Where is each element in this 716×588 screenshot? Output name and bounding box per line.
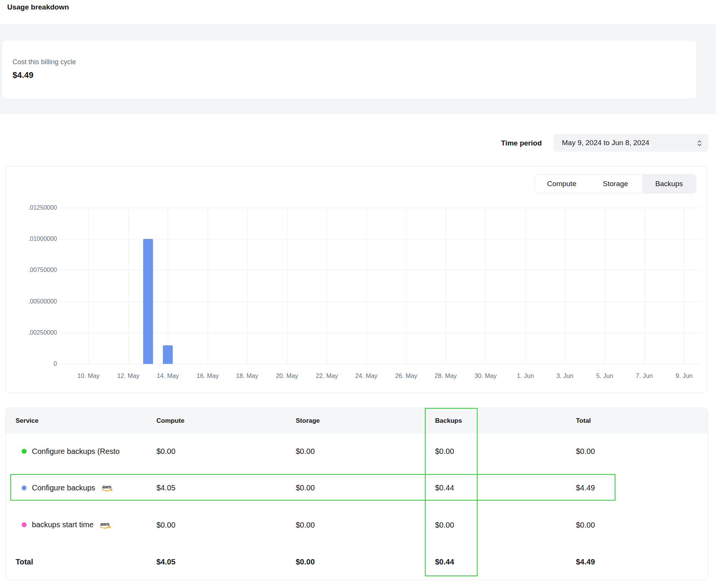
chart-metric-tabs: Compute Storage Backups bbox=[535, 174, 696, 193]
gridline-vertical bbox=[644, 208, 645, 364]
compute-value: $0.00 bbox=[156, 447, 175, 456]
column-header-total: Total bbox=[576, 408, 591, 433]
x-axis-tick-label: 1. Jun bbox=[507, 372, 544, 379]
gridline-vertical bbox=[128, 208, 129, 364]
usage-breakdown-page: Usage breakdown Cost this billing cycle … bbox=[0, 0, 716, 588]
chart-bar[interactable] bbox=[143, 239, 153, 364]
storage-value: $0.00 bbox=[296, 520, 315, 529]
x-axis-tick-label: 18. May bbox=[229, 372, 265, 379]
tab-backups[interactable]: Backups bbox=[642, 175, 696, 193]
compute-total: $4.05 bbox=[156, 558, 175, 566]
chart-bar[interactable] bbox=[163, 345, 173, 364]
billing-cycle-cost-card: Cost this billing cycle $4.49 bbox=[2, 40, 697, 99]
table-row: Configure backups (Resto $0.00 $0.00 $0.… bbox=[6, 433, 708, 469]
total-row-label: Total bbox=[16, 558, 33, 566]
gridline-vertical bbox=[446, 208, 446, 364]
x-axis-tick-label: 10. May bbox=[70, 372, 107, 379]
service-name: backups start time bbox=[32, 520, 93, 529]
tab-compute[interactable]: Compute bbox=[535, 175, 588, 193]
gridline-horizontal bbox=[60, 208, 702, 208]
gridline-horizontal bbox=[60, 302, 702, 302]
gridline-horizontal bbox=[60, 333, 702, 333]
compute-value: $4.05 bbox=[156, 484, 175, 492]
page-title: Usage breakdown bbox=[7, 3, 69, 11]
x-axis-tick-label: 14. May bbox=[150, 372, 186, 379]
gridline-vertical bbox=[287, 208, 287, 364]
y-axis-tick-label: .01000000 bbox=[14, 236, 57, 242]
gridline-horizontal bbox=[60, 364, 702, 364]
storage-value: $0.00 bbox=[296, 484, 315, 492]
total-value: $4.49 bbox=[576, 484, 595, 492]
service-name: Configure backups (Resto bbox=[32, 447, 120, 456]
storage-total: $0.00 bbox=[296, 558, 315, 566]
service-name: Configure backups bbox=[32, 484, 95, 492]
column-header-service: Service bbox=[16, 408, 39, 433]
time-period-value: May 9, 2024 to Jun 8, 2024 bbox=[562, 139, 649, 147]
gridline-horizontal bbox=[60, 270, 702, 270]
table-row: backups start time aws $0.00 $0.00 $0.00… bbox=[6, 506, 708, 543]
storage-value: $0.00 bbox=[296, 447, 315, 456]
backups-total: $0.44 bbox=[435, 558, 454, 566]
billing-cycle-cost-label: Cost this billing cycle bbox=[13, 58, 76, 66]
x-axis-tick-label: 28. May bbox=[427, 372, 464, 379]
gridline-vertical bbox=[605, 208, 605, 364]
aws-logo-icon: aws bbox=[101, 484, 114, 493]
column-header-backups: Backups bbox=[435, 408, 462, 433]
gridline-vertical bbox=[486, 208, 486, 364]
series-dot-green bbox=[22, 449, 27, 454]
time-period-label: Time period bbox=[448, 139, 542, 147]
svg-text:aws: aws bbox=[100, 521, 110, 527]
gridline-vertical bbox=[208, 208, 208, 364]
gridline-vertical bbox=[525, 208, 526, 364]
backups-value: $0.00 bbox=[435, 447, 454, 456]
compute-value: $0.00 bbox=[156, 520, 175, 529]
table-row-highlighted: Configure backups aws $4.05 $0.00 $0.44 … bbox=[6, 469, 708, 506]
gridline-vertical bbox=[247, 208, 248, 364]
backups-value: $0.44 bbox=[435, 484, 454, 492]
table-header-row: Service Compute Storage Backups Total bbox=[6, 408, 708, 433]
tab-storage[interactable]: Storage bbox=[588, 175, 642, 193]
gridline-vertical bbox=[168, 208, 168, 364]
gridline-vertical bbox=[406, 208, 407, 364]
aws-logo-icon: aws bbox=[99, 521, 112, 530]
usage-chart-card bbox=[5, 166, 707, 393]
time-period-select[interactable]: May 9, 2024 to Jun 8, 2024 bbox=[554, 134, 708, 152]
x-axis-tick-label: 16. May bbox=[189, 372, 226, 379]
column-header-compute: Compute bbox=[156, 408, 185, 433]
table-total-row: Total $4.05 $0.00 $0.44 $4.49 bbox=[6, 543, 708, 580]
y-axis-tick-label: .01250000 bbox=[14, 204, 57, 211]
gridline-vertical bbox=[684, 208, 684, 364]
x-axis-tick-label: 7. Jun bbox=[626, 372, 662, 379]
x-axis-tick-label: 9. Jun bbox=[666, 372, 702, 379]
x-axis-tick-label: 12. May bbox=[110, 372, 147, 379]
x-axis-tick-label: 3. Jun bbox=[547, 372, 583, 379]
billing-cycle-cost-value: $4.49 bbox=[13, 70, 33, 80]
svg-text:aws: aws bbox=[102, 484, 112, 490]
gridline-horizontal bbox=[60, 239, 702, 239]
gridline-vertical bbox=[565, 208, 565, 364]
gridline-vertical bbox=[88, 208, 89, 364]
total-value: $0.00 bbox=[576, 520, 595, 529]
x-axis-tick-label: 22. May bbox=[309, 372, 345, 379]
series-dot-blue bbox=[22, 485, 27, 490]
x-axis-tick-label: 26. May bbox=[388, 372, 424, 379]
backups-value: $0.00 bbox=[435, 520, 454, 529]
y-axis-tick-label: 0 bbox=[14, 360, 57, 367]
x-axis-tick-label: 5. Jun bbox=[587, 372, 623, 379]
gridline-vertical bbox=[327, 208, 327, 364]
gridline-vertical bbox=[366, 208, 367, 364]
x-axis-tick-label: 30. May bbox=[467, 372, 504, 379]
usage-table-card: Service Compute Storage Backups Total Co… bbox=[5, 408, 708, 580]
up-down-chevron-icon bbox=[697, 139, 702, 147]
x-axis-tick-label: 20. May bbox=[269, 372, 305, 379]
y-axis-tick-label: .00250000 bbox=[14, 329, 57, 336]
column-header-storage: Storage bbox=[296, 408, 320, 433]
total-value: $0.00 bbox=[576, 447, 595, 456]
series-dot-pink bbox=[22, 522, 27, 527]
summary-band: Cost this billing cycle $4.49 bbox=[0, 24, 716, 114]
y-axis-tick-label: .00500000 bbox=[14, 298, 57, 305]
y-axis-tick-label: .00750000 bbox=[14, 267, 57, 273]
x-axis-tick-label: 24. May bbox=[348, 372, 385, 379]
grand-total: $4.49 bbox=[576, 558, 595, 566]
